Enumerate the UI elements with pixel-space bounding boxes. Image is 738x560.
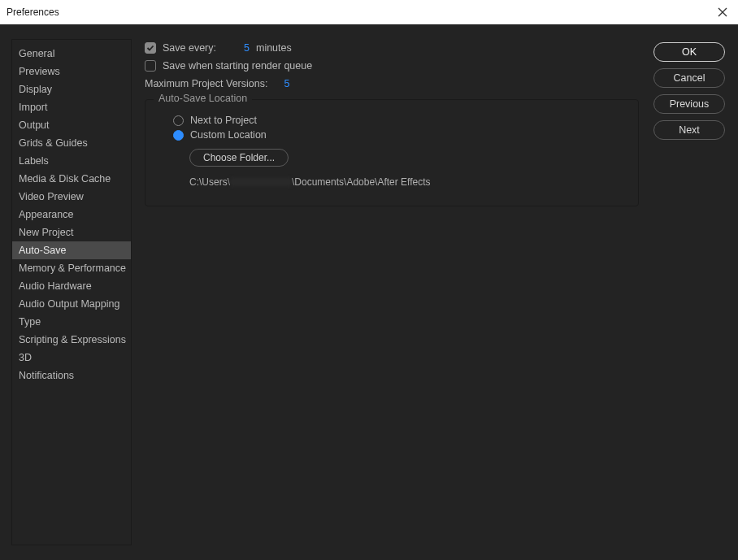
cancel-button[interactable]: Cancel [653,68,725,88]
dialog-body: General Previews Display Import Output G… [0,24,738,560]
auto-save-path: C:\Users\\Documents\Adobe\After Effects [189,176,623,188]
save-render-queue-label: Save when starting render queue [163,60,312,72]
checkmark-icon [146,44,154,52]
save-every-row: Save every: 5 minutes [145,42,640,54]
sidebar-item-video-preview[interactable]: Video Preview [12,188,131,206]
save-render-queue-checkbox[interactable] [145,60,156,72]
sidebar-item-type[interactable]: Type [12,313,131,331]
choose-folder-row: Choose Folder... [189,149,623,167]
max-versions-row: Maximum Project Versions: 5 [145,78,640,89]
category-sidebar: General Previews Display Import Output G… [11,39,132,545]
path-redacted [230,178,292,186]
action-buttons: OK Cancel Previous Next [650,24,738,560]
auto-save-location-group: Auto-Save Location Next to Project Custo… [145,99,639,206]
window-title: Preferences [7,7,59,18]
sidebar-item-previews[interactable]: Previews [12,63,131,80]
sidebar-item-auto-save[interactable]: Auto-Save [12,241,131,259]
save-render-queue-row: Save when starting render queue [145,60,640,72]
sidebar-item-scripting-expressions[interactable]: Scripting & Expressions [12,331,131,349]
radio-custom-location-label: Custom Location [190,129,267,141]
close-button[interactable] [714,3,731,21]
radio-custom-location-row: Custom Location [173,129,623,141]
max-versions-value[interactable]: 5 [284,78,289,89]
sidebar-item-notifications[interactable]: Notifications [12,367,131,384]
sidebar-item-general[interactable]: General [12,45,131,63]
sidebar-item-grids-guides[interactable]: Grids & Guides [12,134,131,152]
radio-next-to-project[interactable] [173,115,184,126]
path-prefix: C:\Users\ [189,176,230,188]
next-button[interactable]: Next [653,120,725,140]
save-every-unit: minutes [256,42,292,54]
choose-folder-button[interactable]: Choose Folder... [189,149,289,167]
sidebar-item-media-disk-cache[interactable]: Media & Disk Cache [12,170,131,188]
titlebar: Preferences [0,0,738,24]
max-versions-label: Maximum Project Versions: [145,78,267,89]
sidebar-item-output[interactable]: Output [12,116,131,134]
auto-save-location-legend: Auto-Save Location [154,93,252,104]
sidebar-item-memory-performance[interactable]: Memory & Performance [12,259,131,277]
sidebar-item-display[interactable]: Display [12,80,131,98]
sidebar-item-appearance[interactable]: Appearance [12,206,131,224]
radio-next-to-project-label: Next to Project [190,115,257,126]
save-every-label: Save every: [163,42,216,54]
sidebar-item-labels[interactable]: Labels [12,152,131,170]
ok-button[interactable]: OK [653,42,725,62]
sidebar-item-audio-hardware[interactable]: Audio Hardware [12,277,131,295]
previous-button[interactable]: Previous [653,94,725,114]
sidebar-item-audio-output-mapping[interactable]: Audio Output Mapping [12,295,131,313]
settings-panel: Save every: 5 minutes Save when starting… [132,24,650,560]
path-suffix: \Documents\Adobe\After Effects [292,176,431,188]
radio-next-to-project-row: Next to Project [173,115,623,126]
save-every-value[interactable]: 5 [244,42,250,54]
sidebar-item-new-project[interactable]: New Project [12,224,131,241]
close-icon [718,7,727,17]
radio-custom-location[interactable] [173,130,184,141]
sidebar-item-3d[interactable]: 3D [12,349,131,367]
save-every-checkbox[interactable] [145,42,156,54]
sidebar-item-import[interactable]: Import [12,98,131,116]
